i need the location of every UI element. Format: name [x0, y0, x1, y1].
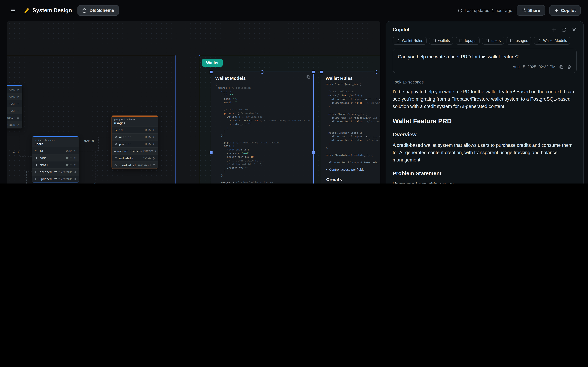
table-field-row[interactable]: updated_atTIMESTAMP — [32, 175, 79, 182]
file-icon — [537, 39, 541, 42]
calendar-icon — [73, 171, 76, 173]
wallet-models-block[interactable]: Wallet Models { users: { // collection $… — [211, 72, 314, 184]
context-chip[interactable]: Wallet Rules — [393, 37, 426, 45]
database-icon — [459, 39, 463, 42]
field-type: UUID — [9, 95, 15, 98]
table-field-row[interactable]: INTEGER# — [7, 121, 22, 128]
copy-icon[interactable] — [559, 65, 563, 69]
table-field-row[interactable]: TEXTT — [7, 100, 22, 107]
edge-label: user_id — [84, 139, 94, 142]
table-field-row[interactable]: emailTEXTT — [32, 161, 79, 168]
table-field-row[interactable]: UUID# — [7, 86, 22, 93]
table-usages[interactable]: postgres.db.schemausages idUUID#user_idU… — [112, 115, 158, 169]
last-updated: Last updated: 1 hour ago — [458, 8, 512, 13]
app: System Design DB Schema Last updated: 1 … — [0, 0, 588, 184]
copilot-header: Copilot — [386, 21, 583, 35]
field-type: UUID — [66, 150, 72, 152]
calendar-icon — [73, 178, 76, 180]
delete-icon[interactable] — [567, 65, 571, 69]
field-type-icon: T — [17, 109, 20, 112]
topbar: System Design DB Schema Last updated: 1 … — [0, 0, 588, 21]
app-title-text: System Design — [33, 7, 72, 14]
chip-label: Wallet Models — [543, 39, 567, 43]
copilot-title: Copilot — [393, 27, 409, 33]
field-type: JSONB — [143, 157, 151, 159]
field-type: UUID — [145, 143, 151, 145]
selection-handle[interactable] — [261, 70, 264, 74]
edge-label: user_id — [86, 183, 95, 184]
plus-icon — [554, 8, 559, 13]
table-users[interactable]: postgres.db.schemausers idUUID#nameTEXTT… — [32, 136, 79, 183]
field-type-icon — [153, 164, 155, 166]
field-name: post_id — [119, 142, 144, 146]
field-type: UUID — [9, 88, 15, 91]
table-field-row[interactable]: TEXTT — [7, 107, 22, 114]
wallet-rules-block[interactable]: Wallet Rules match /users/{user_id} { //… — [321, 72, 380, 184]
selection-handle[interactable] — [312, 151, 315, 154]
wallet-group-label[interactable]: Wallet — [202, 59, 223, 67]
context-chip[interactable]: usages — [507, 37, 531, 45]
topbar-right: Last updated: 1 hour ago Share Copilot — [458, 5, 581, 16]
overview-heading: Overview — [393, 132, 577, 138]
field-name: user_id — [119, 135, 144, 139]
table-partial[interactable]: UUID#UUID#TEXTTTEXTTTIMESTAMPINTEGER# — [7, 85, 22, 128]
share-button[interactable]: Share — [517, 5, 545, 16]
menu-button[interactable] — [7, 5, 18, 16]
field-type: UUID — [145, 136, 151, 138]
field-type-icon: {} — [152, 157, 155, 159]
field-type: INTEGER — [143, 150, 154, 152]
context-chip[interactable]: users — [482, 37, 504, 45]
history-icon[interactable] — [561, 27, 567, 32]
response-intro: I'd be happy to help you write a PRD for… — [393, 88, 577, 110]
primary-key-icon — [114, 129, 117, 131]
database-icon — [82, 8, 87, 13]
selection-handle[interactable] — [312, 70, 315, 74]
table-field-row[interactable]: created_atTIMESTAMP — [112, 161, 158, 168]
file-icon — [396, 39, 400, 42]
context-chip[interactable]: topups — [456, 37, 480, 45]
table-field-row[interactable]: user_idUUID# — [112, 133, 158, 140]
chat-thread[interactable]: Wallet RuleswalletstopupsusersusagesWall… — [386, 35, 583, 184]
field-type: UUID — [145, 129, 151, 131]
copilot-toggle-button[interactable]: Copilot — [549, 5, 581, 16]
code-actions-icon[interactable] — [306, 75, 310, 79]
field-name: id — [40, 149, 64, 152]
field-type-icon: # — [17, 95, 20, 98]
wallet-rules-title: Wallet Rules — [326, 75, 380, 81]
schema-canvas[interactable]: Wallet user_id user_id user_id user_id U… — [7, 21, 380, 184]
pencil-icon — [24, 8, 30, 13]
table-field-row[interactable]: idUUID# — [32, 147, 79, 154]
table-field-row[interactable]: metadataJSONB{} — [112, 154, 158, 161]
field-type: TEXT — [9, 102, 15, 105]
tab-db-schema[interactable]: DB Schema — [78, 5, 119, 16]
field-type: TEXT — [66, 156, 72, 159]
close-icon[interactable] — [571, 27, 577, 32]
foreign-key-icon — [114, 136, 117, 138]
database-icon — [510, 39, 514, 42]
field-type-icon: # — [73, 150, 76, 152]
field-type-icon: T — [17, 102, 20, 105]
field-type: TIMESTAMP — [59, 170, 72, 173]
chip-label: users — [491, 39, 501, 43]
new-chat-icon[interactable] — [551, 27, 556, 32]
table-field-row[interactable]: UUID# — [7, 93, 22, 100]
selection-handle[interactable] — [209, 151, 213, 154]
table-field-row[interactable]: created_atTIMESTAMP — [32, 168, 79, 175]
share-icon — [521, 8, 526, 13]
field-name: updated_at — [40, 177, 57, 181]
selection-handle[interactable] — [320, 70, 323, 74]
selection-handle[interactable] — [209, 70, 213, 74]
table-field-row[interactable]: idUUID# — [112, 126, 158, 133]
table-field-row[interactable]: TIMESTAMP — [7, 114, 22, 121]
message-context-chips: Wallet RuleswalletstopupsusersusagesWall… — [393, 37, 577, 45]
table-field-row[interactable]: post_idUUID# — [112, 140, 158, 147]
context-chip[interactable]: wallets — [429, 37, 453, 45]
duration-label: Took 15 seconds — [393, 80, 577, 84]
context-chip[interactable]: Wallet Models — [534, 37, 571, 45]
control-access-link[interactable]: •Control access per fields — [326, 168, 380, 171]
field-type-icon: # — [152, 129, 155, 131]
field-type: TIMESTAMP — [138, 164, 151, 167]
table-field-row[interactable]: amount_creditsINTEGER# — [112, 147, 158, 154]
selection-handle[interactable] — [375, 70, 378, 74]
table-field-row[interactable]: nameTEXTT — [32, 154, 79, 161]
